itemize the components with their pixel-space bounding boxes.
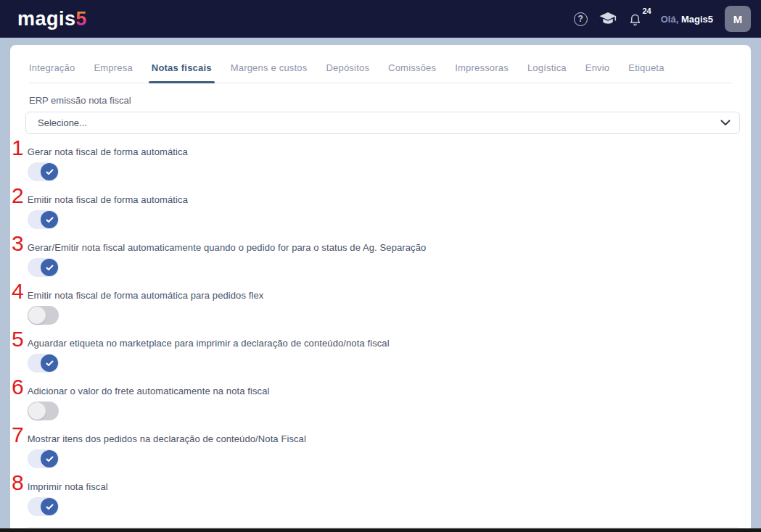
setting-toggle-1[interactable] [28,162,59,181]
erp-select[interactable]: Selecione... [25,112,740,134]
setting-label: Adicionar o valor do frete automaticamen… [28,386,270,396]
setting-label: Emitir nota fiscal de forma automática [28,194,188,205]
setting-number: 6 [12,376,24,398]
setting-item-2: 2 Emitir nota fiscal de forma automática [12,185,751,233]
help-circle-icon: ? [574,12,588,26]
setting-label: Gerar nota fiscal de forma automática [28,146,188,157]
setting-number: 5 [12,328,24,350]
tab-comissoes[interactable]: Comissões [388,62,436,83]
top-bar: magis5 ? 24 Olá, Magis5 M [0,0,761,38]
setting-toggle-2[interactable] [28,210,59,229]
setting-toggle-6[interactable] [28,402,59,420]
erp-select-value: Selecione... [38,117,87,128]
setting-toggle-8[interactable] [28,497,59,516]
setting-item-8: 8 Imprimir nota fiscal [12,472,751,520]
setting-item-4: 4 Emitir nota fiscal de forma automática… [12,280,751,328]
bell-icon [628,12,642,26]
window-bottom-edge [0,528,761,532]
settings-card: IntegraçãoEmpresaNotas fiscaisMargens e … [10,45,751,532]
setting-number: 7 [12,424,24,446]
user-greeting: Olá, Magis5 [661,14,713,25]
setting-number: 1 [12,137,24,159]
check-icon [46,217,54,223]
setting-number: 4 [12,280,24,302]
logo-text: magis [17,8,76,30]
check-icon [46,360,54,367]
erp-select-label: ERP emissão nota fiscal [29,95,732,106]
setting-item-3: 3 Gerar/Emitir nota fiscal automaticamen… [12,233,751,280]
setting-toggle-7[interactable] [28,449,59,468]
tab-notas-fiscais[interactable]: Notas fiscais [152,62,212,83]
tab-empresa[interactable]: Empresa [94,62,132,83]
tab-margens-e-custos[interactable]: Margens e custos [231,62,308,83]
setting-number: 2 [12,185,24,207]
topbar-actions: ? 24 Olá, Magis5 M [574,6,751,32]
tab-etiqueta[interactable]: Etiqueta [628,62,664,83]
academy-button[interactable] [599,12,617,26]
tab-impressoras[interactable]: Impressoras [455,62,509,83]
setting-number: 8 [12,472,24,494]
check-icon [46,456,54,462]
settings-tab-bar: IntegraçãoEmpresaNotas fiscaisMargens e … [29,45,732,83]
tab-depositos[interactable]: Depósitos [326,62,369,83]
setting-label: Imprimir nota fiscal [28,481,108,492]
help-button[interactable]: ? [574,12,588,26]
check-icon [46,265,54,271]
notification-count-badge: 24 [642,7,651,15]
check-icon [46,169,54,175]
avatar[interactable]: M [725,6,751,32]
tab-logistica[interactable]: Logística [527,62,567,83]
setting-toggle-5[interactable] [28,354,59,373]
magis5-logo[interactable]: magis5 [17,8,87,30]
setting-label: Emitir nota fiscal de forma automática p… [28,290,264,301]
graduation-cap-icon [599,12,617,26]
setting-label: Mostrar itens dos pedidos na declaração … [28,433,306,444]
setting-label: Gerar/Emitir nota fiscal automaticamente… [28,242,427,253]
setting-item-7: 7 Mostrar itens dos pedidos na declaraçã… [12,424,751,472]
setting-label: Aguardar etiqueta no marketplace para im… [28,338,390,349]
setting-number: 3 [12,233,24,254]
chevron-down-icon [720,120,731,126]
check-icon [46,504,54,510]
setting-item-5: 5 Aguardar etiqueta no marketplace para … [12,328,751,376]
tab-integracao[interactable]: Integração [29,62,75,83]
notifications-button[interactable]: 24 [628,12,642,26]
logo-accent-5: 5 [76,8,88,30]
tab-envio[interactable]: Envio [585,62,610,83]
setting-item-1: 1 Gerar nota fiscal de forma automática [12,137,751,185]
setting-toggle-4[interactable] [28,306,59,325]
user-name: Magis5 [681,14,713,25]
setting-item-6: 6 Adicionar o valor do frete automaticam… [12,376,751,424]
settings-toggle-list: 1 Gerar nota fiscal de forma automática … [10,134,751,520]
setting-toggle-3[interactable] [28,258,59,277]
